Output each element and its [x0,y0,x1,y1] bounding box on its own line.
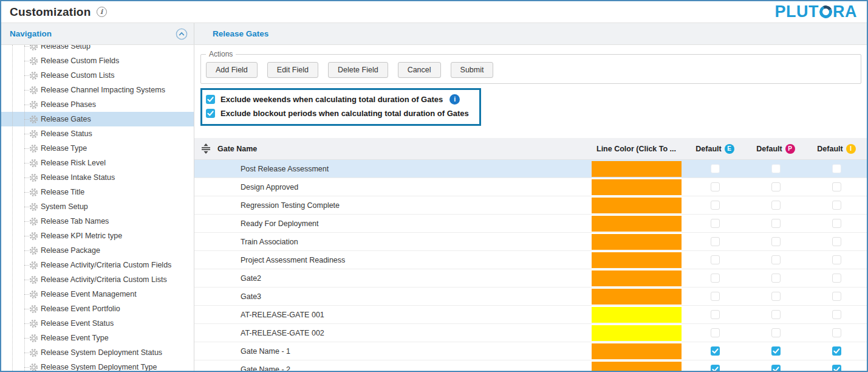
default-checkbox[interactable] [832,255,841,264]
line-color-swatch[interactable] [592,198,682,213]
column-header-default: Default I [806,144,867,154]
row-reorder-icon[interactable] [194,143,217,154]
line-color-swatch[interactable] [592,179,682,195]
default-checkbox[interactable] [771,255,781,264]
sidebar-nav-item[interactable]: Release Activity/Criteria Custom Lists [1,272,194,287]
cancel-button[interactable]: Cancel [398,62,441,78]
sidebar-nav-item[interactable]: Release Risk Level [1,156,194,170]
collapse-panel-icon[interactable] [176,28,188,40]
line-color-swatch[interactable] [592,343,682,359]
edit-field-button[interactable]: Edit Field [267,62,318,78]
sidebar-nav-item[interactable]: Release Phases [1,97,194,112]
sidebar-nav-item[interactable]: Release Gates [1,112,194,126]
default-checkbox[interactable] [771,237,781,246]
default-checkbox[interactable] [711,164,720,173]
line-color-swatch[interactable] [592,234,682,250]
gate-table-row[interactable]: Train Association [194,233,867,251]
default-checkbox[interactable] [771,274,781,283]
sidebar-nav-item[interactable]: Release System Deployment Status [1,345,194,360]
sidebar-nav-item[interactable]: Release Event Status [1,316,194,331]
gate-table-row[interactable]: AT-RELEASE-GATE 001 [194,306,867,324]
sidebar-nav-item[interactable]: Release KPI Metric type [1,229,194,243]
default-checkbox[interactable] [832,219,841,228]
default-checkbox[interactable] [832,201,841,210]
add-field-button[interactable]: Add Field [206,62,258,78]
gate-table-row[interactable]: Project Assessment Readiness [194,251,867,269]
column-header-gate-name[interactable]: Gate Name [217,145,590,153]
sidebar-nav-item[interactable]: Release Status [1,126,194,141]
default-checkbox[interactable] [711,219,720,228]
default-e-cell [685,310,745,319]
default-checkbox[interactable] [771,201,781,210]
default-checkbox[interactable] [771,219,781,228]
line-color-swatch[interactable] [592,325,682,341]
gate-table-row[interactable]: Regression Testing Complete [194,196,867,215]
sidebar-nav-item[interactable]: Release Setup [1,45,194,53]
line-color-swatch[interactable] [592,289,682,305]
default-checkbox[interactable] [711,255,720,264]
default-checkbox[interactable] [711,365,720,371]
info-icon[interactable]: i [449,94,460,105]
sidebar-nav-item[interactable]: Release Intake Status [1,170,194,185]
sidebar-nav-item[interactable]: Release Event Management [1,287,194,301]
default-checkbox[interactable] [832,274,841,283]
default-checkbox[interactable] [832,365,841,371]
line-color-swatch[interactable] [592,362,682,371]
line-color-swatch[interactable] [592,270,682,286]
default-checkbox[interactable] [771,164,781,173]
gate-table-row[interactable]: Post Release Assessment [194,160,867,178]
delete-field-button[interactable]: Delete Field [328,62,388,78]
gear-icon [29,261,38,270]
sidebar-nav-item[interactable]: Release Title [1,185,194,199]
default-checkbox[interactable] [832,328,841,337]
default-checkbox[interactable] [711,274,720,283]
default-checkbox[interactable] [771,365,781,371]
default-checkbox[interactable] [711,237,720,246]
default-checkbox[interactable] [832,182,841,191]
exclude-option-checkbox[interactable] [206,95,215,104]
sidebar-nav-item[interactable]: System Setup [1,199,194,214]
exclude-option-checkbox[interactable] [206,109,215,118]
sidebar-nav-item[interactable]: Release Type [1,141,194,156]
line-color-swatch[interactable] [592,252,682,268]
gate-table-row[interactable]: Gate Name - 1 [194,342,867,360]
gate-table-row[interactable]: Gate3 [194,288,867,306]
gate-table-row[interactable]: AT-RELEASE-GATE 002 [194,324,867,342]
default-checkbox[interactable] [711,201,720,210]
sidebar-nav-item[interactable]: Release Event Type [1,331,194,345]
sidebar-nav-item[interactable]: Release Event Portfolio [1,301,194,316]
sidebar-nav-item[interactable]: Release Activity/Criteria Custom Fields [1,258,194,272]
default-checkbox[interactable] [832,237,841,246]
submit-button[interactable]: Submit [451,62,494,78]
gate-table-row[interactable]: Gate2 [194,269,867,288]
sidebar-nav-item[interactable]: Release System Deployment Type [1,360,194,371]
default-checkbox[interactable] [832,164,841,173]
line-color-swatch[interactable] [592,161,682,177]
default-column-label: Default [695,145,721,153]
default-checkbox[interactable] [832,292,841,301]
default-checkbox[interactable] [711,292,720,301]
default-checkbox[interactable] [711,346,720,356]
sidebar-nav-item[interactable]: Release Channel Impacting Systems [1,83,194,97]
page-info-icon[interactable]: i [97,7,107,17]
default-checkbox[interactable] [771,346,781,356]
gate-table-row[interactable]: Gate Name - 2 [194,360,867,371]
sidebar-nav-item[interactable]: Release Custom Fields [1,53,194,68]
sidebar-nav-item[interactable]: Release Package [1,243,194,258]
default-checkbox[interactable] [771,310,781,319]
default-checkbox[interactable] [711,310,720,319]
line-color-swatch[interactable] [592,216,682,232]
sidebar-nav-item[interactable]: Release Tab Names [1,214,194,229]
gate-table-row[interactable]: Design Approved [194,178,867,196]
default-checkbox[interactable] [832,310,841,319]
default-checkbox[interactable] [832,346,841,356]
default-checkbox[interactable] [771,182,781,191]
gate-table-row[interactable]: Ready For Deployment [194,215,867,233]
default-checkbox[interactable] [771,328,781,337]
default-checkbox[interactable] [771,292,781,301]
default-checkbox[interactable] [711,328,720,337]
sidebar-nav-item[interactable]: Release Custom Lists [1,68,194,83]
line-color-swatch[interactable] [592,307,682,323]
default-checkbox[interactable] [711,182,720,191]
default-e-cell [685,237,745,246]
